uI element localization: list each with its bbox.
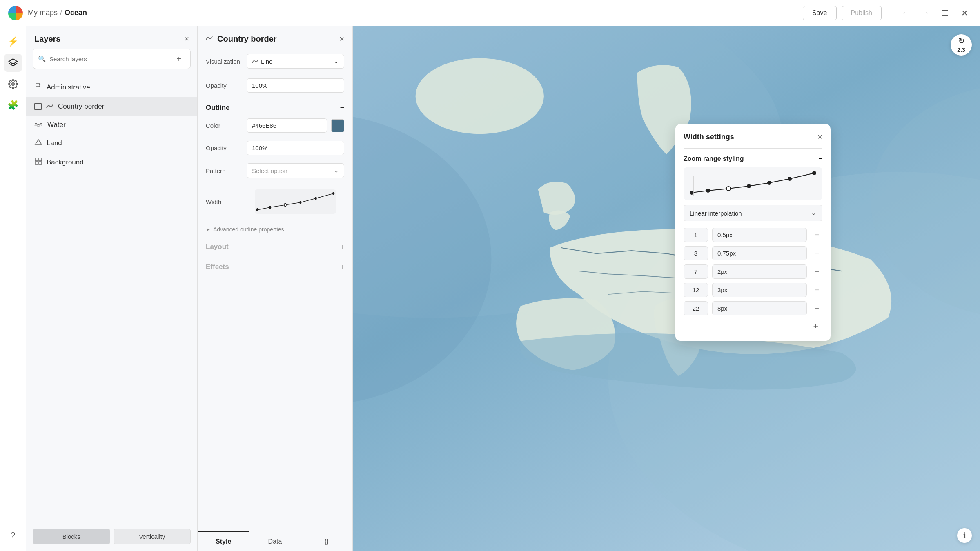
help-icon-btn[interactable]: ? xyxy=(4,527,22,544)
flag-icon xyxy=(34,82,42,92)
color-opacity-input[interactable]: 100% xyxy=(247,141,344,155)
layer-checkbox-country-border[interactable] xyxy=(34,103,42,110)
zoom-remove-2[interactable]: − xyxy=(811,266,822,278)
dialog-header: Width settings × xyxy=(684,132,822,142)
layers-search-bar: 🔍 + xyxy=(33,49,191,69)
opacity-row: Opacity 100% xyxy=(198,73,352,98)
layers-icon-btn[interactable] xyxy=(4,54,22,72)
svg-rect-4 xyxy=(39,158,42,161)
svg-point-22 xyxy=(747,184,751,188)
style-tabs: Style Data {} xyxy=(198,531,352,551)
tab-data[interactable]: Data xyxy=(249,531,301,551)
zoom-level-3[interactable]: 12 xyxy=(684,283,708,297)
zoom-row-3: 12 3px − xyxy=(684,283,822,297)
svg-point-1 xyxy=(12,83,14,85)
layer-name-administrative: Administrative xyxy=(47,83,90,91)
interpolation-label: Linear interpolation xyxy=(690,210,742,217)
zoom-value: 2.3 xyxy=(957,47,965,53)
dialog-title: Width settings xyxy=(684,133,734,141)
layers-panel: Layers × 🔍 + Administrative xyxy=(26,26,198,551)
search-input[interactable] xyxy=(49,56,169,62)
back-button[interactable]: ← xyxy=(898,6,913,20)
menu-button[interactable]: ☰ xyxy=(938,6,952,20)
interpolation-select[interactable]: Linear interpolation ⌄ xyxy=(684,205,822,221)
opacity-label: Opacity xyxy=(206,82,243,89)
zoom-remove-1[interactable]: − xyxy=(811,248,822,259)
visualization-select[interactable]: Line ⌄ xyxy=(247,54,344,69)
zoom-value-1[interactable]: 0.75px xyxy=(712,246,807,260)
zoom-level-4[interactable]: 22 xyxy=(684,301,708,315)
search-icon: 🔍 xyxy=(38,55,46,63)
layers-close-button[interactable]: × xyxy=(184,34,189,44)
layer-item-background[interactable]: Background xyxy=(26,152,197,172)
zoom-remove-4[interactable]: − xyxy=(811,303,822,314)
layer-list: Administrative Country border xyxy=(26,76,197,174)
layer-item-administrative[interactable]: Administrative xyxy=(26,77,197,97)
pattern-select[interactable]: Select option ⌄ xyxy=(247,163,344,178)
topbar: My maps / Ocean Save Publish ← → ☰ ✕ xyxy=(0,0,980,26)
zoom-level-1[interactable]: 3 xyxy=(684,246,708,260)
zoom-add-button[interactable]: + xyxy=(809,320,822,333)
tab-code[interactable]: {} xyxy=(301,531,352,551)
forward-button[interactable]: → xyxy=(918,6,933,20)
layers-footer: Blocks Verticality xyxy=(26,522,197,551)
verticality-tab[interactable]: Verticality xyxy=(114,529,191,544)
layout-add-icon[interactable]: + xyxy=(340,243,344,251)
breadcrumb-parent[interactable]: My maps xyxy=(28,9,58,17)
svg-point-7 xyxy=(256,208,258,211)
tab-style[interactable]: Style xyxy=(198,531,249,551)
settings-icon-btn[interactable] xyxy=(4,75,22,93)
map-area[interactable]: ↻ 2.3 ℹ Width settings × Zoom range styl… xyxy=(353,26,980,551)
layers-header: Layers × xyxy=(26,26,197,49)
add-layer-button[interactable]: + xyxy=(172,52,185,65)
pattern-row: Pattern Select option ⌄ xyxy=(198,160,352,181)
width-chart[interactable] xyxy=(255,189,336,214)
puzzle-icon-btn[interactable]: 🧩 xyxy=(4,96,22,114)
zoom-value-4[interactable]: 8px xyxy=(712,301,807,315)
close-button[interactable]: ✕ xyxy=(957,6,972,20)
svg-point-25 xyxy=(812,171,816,175)
layer-item-land[interactable]: Land xyxy=(26,134,197,152)
visualization-label: Visualization xyxy=(206,58,243,65)
style-panel-close-button[interactable]: × xyxy=(339,34,344,44)
save-button[interactable]: Save xyxy=(803,6,836,20)
color-swatch[interactable] xyxy=(331,119,344,132)
publish-button[interactable]: Publish xyxy=(842,6,882,20)
layer-item-country-border[interactable]: Country border xyxy=(26,97,197,116)
info-button[interactable]: ℹ xyxy=(957,528,972,543)
main-content: ⚡ 🧩 ? Layers × 🔍 + xyxy=(0,26,980,551)
outline-collapse-icon[interactable]: − xyxy=(340,104,344,112)
effects-row: Effects + xyxy=(198,257,352,277)
zoom-section-collapse-icon[interactable]: − xyxy=(819,155,822,162)
zoom-value-2[interactable]: 2px xyxy=(712,264,807,279)
pattern-placeholder: Select option xyxy=(252,167,287,174)
layers-title: Layers xyxy=(34,34,61,44)
zoom-table: 1 0.5px − 3 0.75px − 7 2px − 12 3px xyxy=(684,228,822,315)
zoom-level-0[interactable]: 1 xyxy=(684,228,708,242)
zoom-level-2[interactable]: 7 xyxy=(684,264,708,279)
zoom-value-3[interactable]: 3px xyxy=(712,283,807,297)
zoom-row-4: 22 8px − xyxy=(684,301,822,315)
dialog-close-button[interactable]: × xyxy=(817,132,822,142)
zoom-remove-3[interactable]: − xyxy=(811,284,822,296)
outline-label: Outline xyxy=(206,104,230,112)
opacity-input[interactable]: 100% xyxy=(247,78,344,93)
style-header-icon xyxy=(206,34,213,44)
svg-marker-2 xyxy=(35,140,42,144)
advanced-outline-row[interactable]: ► Advanced outline properties xyxy=(198,222,352,237)
zoom-section-header: Zoom range styling − xyxy=(684,155,822,162)
blocks-tab[interactable]: Blocks xyxy=(33,529,110,544)
style-panel-title: Country border xyxy=(217,34,335,44)
width-label: Width xyxy=(206,198,243,205)
zoom-indicator: ↻ 2.3 xyxy=(951,34,972,56)
zoom-add-row: + xyxy=(684,320,822,333)
lightning-icon-btn[interactable]: ⚡ xyxy=(4,33,22,51)
svg-point-16 xyxy=(416,58,544,134)
effects-add-icon[interactable]: + xyxy=(340,263,344,271)
color-row: Color #466E86 xyxy=(198,115,352,136)
layer-item-water[interactable]: Water xyxy=(26,116,197,134)
color-hex-input[interactable]: #466E86 xyxy=(247,118,327,133)
svg-point-20 xyxy=(706,189,710,193)
zoom-remove-0[interactable]: − xyxy=(811,229,822,241)
zoom-value-0[interactable]: 0.5px xyxy=(712,228,807,242)
